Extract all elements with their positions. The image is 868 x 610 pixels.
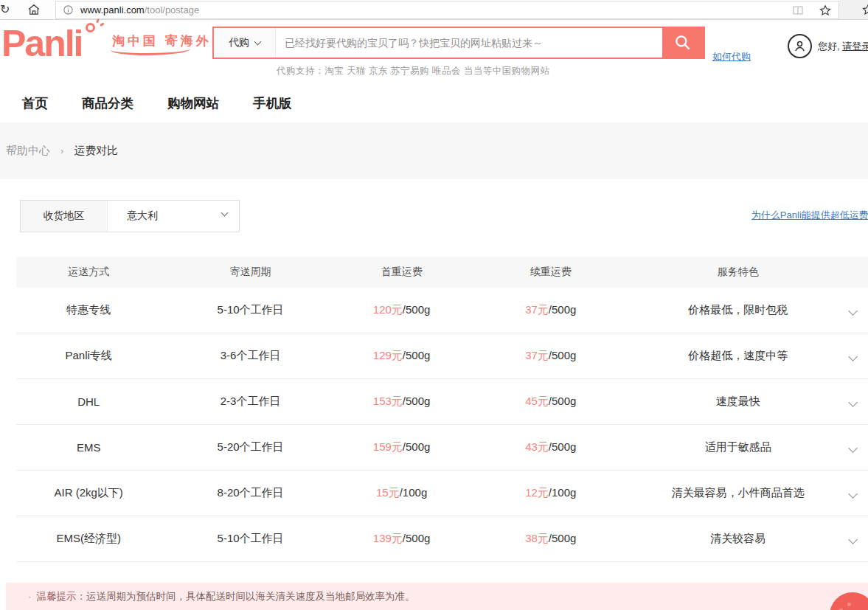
region-label: 收货地区	[21, 201, 108, 232]
search-icon	[673, 33, 692, 52]
browser-toolbar-right	[839, 0, 868, 19]
tip-bar: · 温馨提示： 运送周期为预估时间，具体配送时间以海关清关速度及当地邮局效率为准…	[6, 583, 868, 610]
col-header-first-cost: 首重运费	[340, 266, 463, 279]
breadcrumb-band: 帮助中心 › 运费对比	[0, 122, 868, 179]
info-icon[interactable]	[63, 4, 74, 15]
url-host: www.panli.com	[80, 4, 145, 15]
delivery-period: 8-20个工作日	[161, 486, 340, 500]
table-row: 特惠专线 5-10个工作日 120元/500g 37元/500g 价格最低，限时…	[16, 288, 868, 333]
table-row: EMS(经济型) 5-10个工作日 139元/500g 38元/500g 清关较…	[16, 516, 868, 562]
shipping-method: EMS(经济型)	[16, 532, 161, 546]
tip-text: 运送周期为预估时间，具体配送时间以海关清关速度及当地邮局效率为准。	[86, 590, 415, 603]
nav-item-shopping-sites[interactable]: 购物网站	[167, 94, 219, 112]
table-header-row: 运送方式 寄送周期 首重运费 续重运费 服务特色	[16, 257, 868, 288]
first-weight-cost: 129元/500g	[340, 349, 463, 363]
search-support-text: 代购支持：淘宝 天猫 京东 苏宁易购 唯品会 当当等中国购物网站	[277, 65, 550, 77]
shipping-method: Panli专线	[16, 349, 161, 363]
favorites-star-icon[interactable]	[819, 4, 832, 17]
panli-postage-page: ↻ www.panli.com/tool/postage	[0, 0, 868, 610]
additional-weight-cost: 43元/500g	[463, 440, 638, 454]
why-low-shipping-link[interactable]: 为什么Panli能提供超低运费?	[751, 209, 868, 222]
first-weight-cost: 15元/100g	[340, 486, 463, 500]
service-feature: 速度最快	[638, 395, 838, 409]
service-feature: 价格最低，限时包税	[638, 303, 838, 317]
service-feature: 适用于敏感品	[638, 440, 838, 454]
service-feature: 清关较容易	[638, 532, 838, 546]
chat-dot-icon	[847, 603, 851, 606]
home-icon[interactable]	[27, 3, 41, 16]
shipping-method: AIR (2kg以下)	[16, 486, 161, 500]
table-row: DHL 2-3个工作日 153元/500g 45元/500g 速度最快	[16, 379, 868, 425]
chevron-down-icon	[221, 209, 229, 217]
row-expand-chevron[interactable]	[839, 395, 868, 408]
user-area: 您好, 请登录	[788, 34, 868, 58]
login-link[interactable]: 请登录	[842, 41, 868, 52]
table-row: Panli专线 3-6个工作日 129元/500g 37元/500g 价格超低，…	[16, 333, 868, 379]
nav-item-categories[interactable]: 商品分类	[82, 94, 133, 112]
additional-weight-cost: 12元/100g	[463, 486, 638, 500]
delivery-period: 3-6个工作日	[161, 349, 340, 363]
delivery-period: 5-10个工作日	[161, 532, 340, 546]
tip-bullet: ·	[28, 591, 32, 602]
first-weight-cost: 120元/500g	[340, 303, 463, 317]
region-dropdown[interactable]: 意大利	[108, 201, 239, 232]
region-selector: 收货地区 意大利	[20, 200, 240, 232]
url-path: /tool/postage	[145, 4, 199, 15]
logo-tagline: 淘中国 寄海外	[112, 32, 212, 49]
greeting-text: 您好,	[818, 41, 840, 52]
row-expand-chevron[interactable]	[839, 350, 868, 362]
search-category-dropdown[interactable]: 代购	[214, 28, 276, 58]
first-weight-cost: 139元/500g	[340, 532, 463, 546]
search-box: 代购	[212, 27, 705, 59]
nav-item-home[interactable]: 首页	[22, 94, 48, 112]
col-header-period: 寄送周期	[161, 266, 340, 279]
chevron-down-icon	[254, 38, 262, 45]
how-to-buy-link[interactable]: 如何代购	[712, 50, 751, 63]
logo-spark-icon	[86, 23, 95, 32]
row-expand-chevron[interactable]	[839, 533, 868, 545]
breadcrumb-current: 运费对比	[74, 144, 118, 158]
table-row: EMS 5-20个工作日 159元/500g 43元/500g 适用于敏感品	[16, 425, 868, 471]
site-header: Panli 淘中国 寄海外 代购 代购支持：淘宝 天猫 京东 苏宁易购 唯品会 …	[0, 21, 868, 83]
additional-weight-cost: 45元/500g	[463, 395, 638, 409]
delivery-period: 5-20个工作日	[161, 440, 340, 454]
additional-weight-cost: 37元/500g	[463, 303, 638, 317]
logo-spark-icon	[100, 22, 104, 26]
tip-label: 温馨提示：	[37, 590, 87, 603]
address-bar[interactable]: www.panli.com/tool/postage	[55, 1, 839, 19]
breadcrumb: 帮助中心 › 运费对比	[6, 144, 118, 158]
user-avatar-icon[interactable]	[788, 34, 812, 58]
col-header-feature: 服务特色	[638, 266, 838, 279]
hub-icon[interactable]	[861, 3, 868, 16]
additional-weight-cost: 38元/500g	[463, 532, 638, 546]
row-expand-chevron[interactable]	[839, 487, 868, 499]
main-content: 收货地区 意大利 为什么Panli能提供超低运费? 运送方式 寄送周期 首重运费…	[0, 179, 868, 610]
shipping-method: 特惠专线	[16, 303, 161, 317]
service-feature: 价格超低，速度中等	[638, 349, 838, 363]
col-header-method: 运送方式	[16, 266, 161, 279]
search-button[interactable]	[662, 28, 704, 58]
shipping-method: DHL	[16, 395, 161, 408]
refresh-icon[interactable]: ↻	[0, 2, 10, 16]
service-feature: 清关最容易，小件商品首选	[638, 486, 838, 500]
additional-weight-cost: 37元/500g	[463, 349, 638, 363]
first-weight-cost: 159元/500g	[340, 440, 463, 454]
reading-mode-icon[interactable]	[791, 4, 805, 17]
row-expand-chevron[interactable]	[839, 441, 868, 454]
nav-item-mobile[interactable]: 手机版	[253, 94, 292, 112]
breadcrumb-separator-icon: ›	[60, 145, 63, 156]
search-input[interactable]	[276, 28, 662, 58]
table-row: AIR (2kg以下) 8-20个工作日 15元/100g 12元/100g 清…	[16, 471, 868, 516]
search-category-label: 代购	[229, 36, 249, 49]
region-value: 意大利	[127, 209, 158, 223]
logo-spark-icon	[96, 18, 99, 23]
row-expand-chevron[interactable]	[839, 304, 868, 316]
breadcrumb-help-center[interactable]: 帮助中心	[6, 144, 50, 158]
browser-chrome: ↻ www.panli.com/tool/postage	[0, 0, 868, 20]
logo-swoosh	[111, 49, 190, 55]
col-header-add-cost: 续重运费	[463, 266, 638, 279]
panli-logo[interactable]: Panli	[1, 21, 82, 66]
main-nav: 首页 商品分类 购物网站 手机版	[0, 83, 868, 122]
shipping-method: EMS	[16, 441, 161, 454]
login-greeting: 您好, 请登录	[818, 40, 868, 53]
